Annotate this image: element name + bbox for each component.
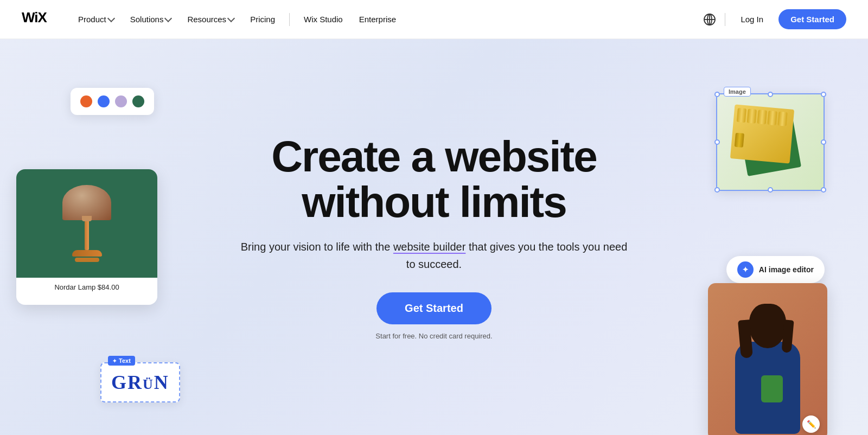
pcb-yellow [730,104,794,163]
image-widget-tag: Image [724,87,751,97]
login-button[interactable]: Log In [734,10,770,28]
circuit-board-graphic [732,107,808,177]
chip-image [717,94,824,190]
gruen-text-widget: ✦ Text GRÜN [100,362,180,402]
nav-enterprise[interactable]: Enterprise [353,10,403,28]
nav-solutions[interactable]: Solutions [124,10,178,28]
person-photo-widget: ✏️ [708,283,827,435]
nav-pricing[interactable]: Pricing [244,10,282,28]
handle-bl[interactable] [714,187,720,193]
nav-right: Log In Get Started [703,9,846,29]
swatch-purple [115,95,127,107]
handle-tr[interactable] [821,92,826,97]
nav-divider-right [725,13,725,26]
logo[interactable]: WiX [22,10,50,28]
nav-divider [289,13,290,26]
swatch-orange [80,95,92,107]
text-widget-tag: ✦ Text [108,356,135,366]
hero-get-started-button[interactable]: Get Started [376,292,492,324]
handle-br[interactable] [821,187,826,193]
color-swatches-widget [71,88,154,115]
handle-tm[interactable] [768,92,773,97]
get-started-button-nav[interactable]: Get Started [778,9,846,29]
navbar: WiX Product Solutions Resources Pricing … [0,0,868,39]
nav-wix-studio[interactable]: Wix Studio [297,10,349,28]
website-builder-link[interactable]: website builder [393,241,465,253]
resources-chevron-icon [227,15,235,22]
handle-bm[interactable] [768,187,773,193]
globe-icon[interactable] [703,13,716,26]
hero-title: Create a website without limits [239,134,629,225]
gruen-logo-text: GRÜN [111,371,169,394]
person-silhouette [713,299,822,435]
nav-product[interactable]: Product [72,10,120,28]
edit-photo-icon[interactable]: ✏️ [802,415,820,433]
hero-center-content: Create a website without limits Bring yo… [239,134,629,340]
product-chevron-icon [107,15,115,22]
hero-section: Created with Wix Nordar Lamp $84.00 [0,39,868,435]
ai-icon: ✦ [737,261,754,278]
swatch-blue [98,95,110,107]
lamp-product-card: Nordar Lamp $84.00 [16,169,157,305]
solutions-chevron-icon [164,15,172,22]
nav-links: Product Solutions Resources Pricing Wix … [72,10,703,28]
lamp-image [16,169,157,278]
handle-mr[interactable] [821,139,826,145]
nav-resources[interactable]: Resources [181,10,240,28]
ai-image-editor-pill[interactable]: ✦ AI image editor [726,256,825,283]
handle-tl[interactable] [714,92,720,97]
svg-text:WiX: WiX [22,10,48,24]
handle-ml[interactable] [714,139,720,145]
ai-pill-label: AI image editor [759,265,814,274]
image-editor-widget: Image [716,93,825,191]
hero-free-note: Start for free. No credit card required. [239,332,629,340]
lamp-label: Nordar Lamp $84.00 [16,278,157,297]
swatch-green [132,95,144,107]
hero-subtitle: Bring your vision to life with the websi… [239,238,629,273]
